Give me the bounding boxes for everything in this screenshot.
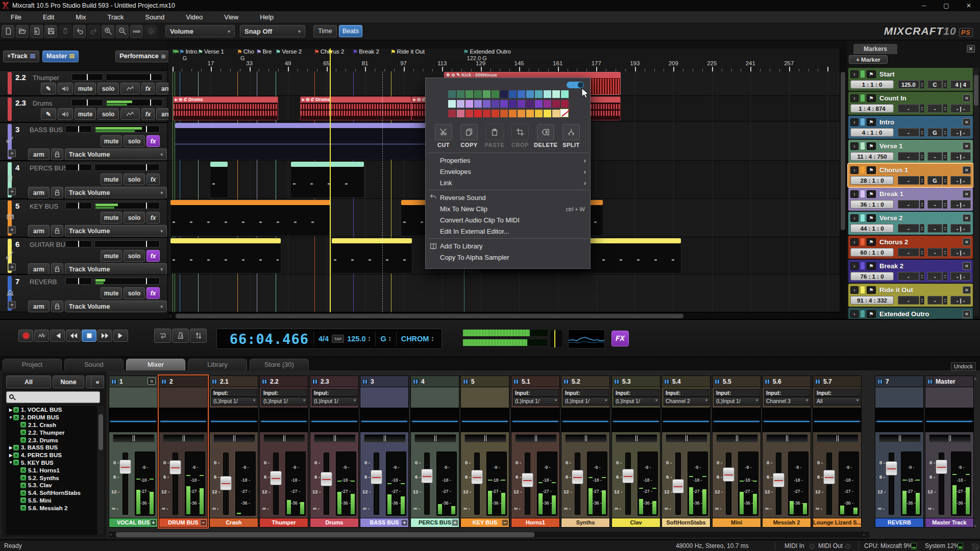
no-color-swatch[interactable] — [560, 109, 568, 117]
volume-meter-slider[interactable] — [94, 202, 160, 209]
spinner-icon[interactable]: ▲▼ — [920, 176, 925, 185]
flag-icon[interactable]: ⚑ — [867, 310, 876, 318]
color-swatch[interactable] — [535, 90, 543, 98]
pan-slider[interactable] — [565, 434, 607, 442]
scrollbar-thumb[interactable] — [99, 414, 103, 450]
split-button[interactable]: SPLIT — [559, 124, 583, 148]
fast-forward-button[interactable] — [97, 330, 112, 342]
next-marker-button[interactable] — [113, 330, 128, 342]
expand-icon[interactable]: › — [850, 166, 859, 174]
undock-button[interactable]: Undock — [951, 362, 976, 370]
tab-sound[interactable]: Sound — [64, 359, 124, 370]
tab-library[interactable]: Library — [188, 359, 247, 370]
volume-slider[interactable] — [106, 99, 163, 106]
tree-item[interactable]: ▶✕3. BASS BUS — [6, 444, 97, 452]
pan-slider[interactable] — [263, 434, 305, 442]
clip-icons[interactable]: ✚ ⊖ ✎ — [446, 72, 461, 78]
color-swatch[interactable] — [500, 110, 508, 117]
scrollbar-thumb[interactable] — [974, 75, 978, 106]
track-name[interactable]: GUITAR BUS — [30, 241, 70, 248]
pan-slider[interactable] — [163, 434, 205, 442]
add-automation-button[interactable]: + — [8, 226, 16, 234]
collapse-arrow-icon[interactable]: ▼ — [8, 415, 13, 420]
color-swatch[interactable] — [465, 100, 473, 108]
lock-icon[interactable] — [51, 187, 63, 198]
mixer-channel-5.5[interactable]: 5.5 Input:(L)Input 1/▾ 0 - 6 - 12 - ∞ - … — [712, 375, 761, 528]
timeline-horizontal-scrollbar[interactable]: ‹ — [168, 312, 840, 319]
color-swatch[interactable] — [483, 90, 491, 98]
eq-curve-display[interactable] — [360, 408, 408, 432]
volume-meter-slider[interactable] — [94, 240, 160, 247]
marker-color-chip[interactable] — [861, 70, 865, 78]
spinner-icon[interactable]: ▲▼ — [943, 272, 948, 281]
color-swatch[interactable] — [509, 90, 517, 98]
audio-clip[interactable]: ▸ ⊖ Ȼ Drums — [300, 96, 411, 120]
mute-button[interactable]: mute — [101, 287, 122, 299]
marker-row-verse-1[interactable]: ›⚑Verse 1✕11 : 4 : 750 -▲▼ -▲▼ - | - — [848, 140, 973, 163]
checkbox-icon[interactable]: ✕ — [20, 467, 26, 473]
save-button[interactable] — [44, 25, 57, 38]
checkbox-icon[interactable]: ✕ — [13, 415, 19, 420]
input-select[interactable]: All▾ — [815, 397, 861, 406]
volume-fader-track[interactable] — [424, 453, 430, 515]
timeline-vertical-scrollbar[interactable] — [840, 48, 846, 319]
search-input[interactable] — [6, 391, 100, 403]
menu-file[interactable]: File — [0, 13, 32, 21]
eq-mini-icon[interactable] — [161, 379, 167, 384]
solo-button[interactable]: solo — [97, 108, 119, 120]
color-swatch[interactable] — [474, 110, 482, 117]
timeline-marker-flag[interactable]: ⚑Break 2 — [353, 48, 379, 56]
color-swatch[interactable] — [448, 90, 456, 98]
expand-icon[interactable]: › — [850, 118, 859, 126]
input-select[interactable]: (L)Input 1/▾ — [614, 397, 659, 406]
marker-color-chip[interactable] — [861, 214, 865, 221]
mixer-channel-5.3[interactable]: 5.3 Input:(L)Input 1/▾ 0 - 6 - 12 - ∞ - … — [611, 375, 660, 528]
key-spinner[interactable]: ▲▼ — [388, 336, 391, 342]
menu-item-envelopes[interactable]: Envelopes› — [426, 166, 591, 178]
pan-slider[interactable] — [65, 240, 92, 247]
eq-mini-icon[interactable] — [212, 379, 217, 384]
midi-clip[interactable] — [331, 238, 412, 273]
mute-button[interactable]: mute — [75, 83, 96, 94]
track-color-strip[interactable] — [8, 97, 12, 121]
fx-button[interactable]: fx — [146, 287, 160, 299]
automation-type-select[interactable]: Volume▾ — [165, 25, 235, 37]
marker-key[interactable]: - — [927, 248, 942, 257]
automation-icon[interactable] — [120, 108, 140, 120]
mixer-channel-5.4[interactable]: 5.4 Input:Channel 2▾ 0 - 6 - 12 - ∞ - -9… — [662, 375, 710, 528]
marker-row-start[interactable]: ›⚑Start1 : 1 : 0 125.0▲▼ C▲▼ 4 | 4 — [848, 68, 973, 91]
pan-slider[interactable] — [65, 126, 92, 133]
maximize-button[interactable]: ▢ — [935, 2, 958, 9]
marker-color-chip[interactable] — [861, 286, 865, 293]
monitor-speaker-button[interactable] — [58, 108, 73, 120]
scroll-left-icon[interactable]: ‹ — [110, 532, 112, 537]
scale-mode[interactable]: CHROM — [401, 335, 429, 343]
color-swatch[interactable] — [448, 100, 456, 108]
color-swatch[interactable] — [526, 110, 534, 117]
marker-key[interactable]: - — [927, 152, 942, 161]
menu-item-link[interactable]: Link› — [426, 178, 591, 189]
marker-tempo[interactable]: - — [898, 128, 919, 137]
solo-button[interactable]: solo — [124, 173, 145, 185]
tree-item[interactable]: ▼✕2. DRUM BUS — [6, 414, 97, 421]
color-swatch[interactable] — [500, 90, 508, 98]
track-name[interactable]: REVERB — [30, 278, 57, 286]
eq-mini-icon[interactable] — [111, 379, 117, 384]
automation-param-select[interactable]: Track Volume▾ — [65, 225, 167, 237]
expand-icon[interactable]: › — [850, 238, 859, 246]
flag-icon[interactable]: ⚑ — [867, 238, 876, 246]
color-swatch[interactable] — [483, 100, 491, 108]
marker-key[interactable]: - — [927, 104, 942, 113]
spinner-icon[interactable]: ▲▼ — [920, 248, 925, 257]
marker-row-verse-2[interactable]: ›⚑Verse 2✕44 : 1 : 0 -▲▼ -▲▼ - | - — [848, 212, 973, 235]
color-swatch[interactable] — [492, 100, 499, 108]
track-row-7[interactable]: 7REVERB mute solo fx arm Track Volume▾ + — [0, 274, 167, 312]
volume-meter-slider[interactable] — [94, 126, 160, 133]
marker-row-count-in[interactable]: ›⚑Count In✕1 : 4 : 874 -▲▼ -▲▼ - | - — [848, 92, 973, 115]
marker-time[interactable]: 4 : 1 : 0 — [850, 128, 894, 137]
marker-color-chip[interactable] — [861, 238, 865, 245]
pan-slider[interactable] — [666, 434, 707, 442]
pan-slider[interactable] — [766, 434, 808, 442]
timeline-marker-flag[interactable]: ⚑Cho — [237, 48, 254, 56]
color-swatch[interactable] — [544, 100, 551, 108]
